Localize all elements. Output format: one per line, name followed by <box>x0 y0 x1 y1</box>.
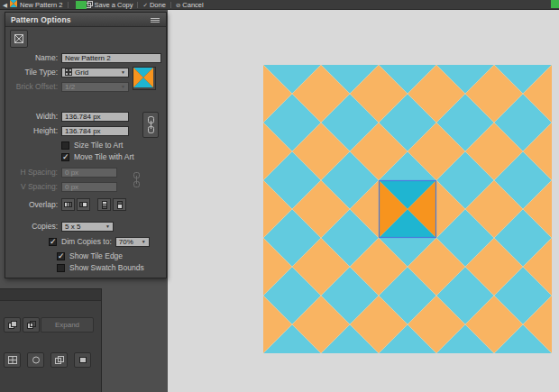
pattern-tile-tool-icon <box>14 33 24 44</box>
pattern-tile-tool-button[interactable] <box>10 30 28 48</box>
pattern-tiles-svg[interactable] <box>263 65 552 353</box>
size-tile-to-art-row: Size Tile to Art <box>9 140 123 150</box>
size-tile-to-art-checkbox[interactable] <box>61 141 69 150</box>
expand-button[interactable]: Expand <box>41 317 94 333</box>
brick-offset-label: Brick Offset: <box>9 82 58 91</box>
show-tile-edge-label: Show Tile Edge <box>69 251 123 260</box>
h-spacing-field: 0 px <box>61 168 117 178</box>
dropdown-arrow-icon: ▼ <box>118 69 125 75</box>
app-window: ◀ New Pattern 2 Save a Copy ✓ Done ⊘ Can… <box>0 0 559 392</box>
tile-type-dropdown[interactable]: Grid ▼ <box>61 68 129 77</box>
width-label: Width: <box>9 112 58 121</box>
show-tile-edge-row: ✓ Show Tile Edge <box>9 251 123 261</box>
v-spacing-field: 0 px <box>61 182 117 192</box>
dropdown-arrow-icon: ▼ <box>139 239 146 244</box>
grid-tile-icon <box>65 68 72 76</box>
cancel-icon: ⊘ <box>176 1 180 9</box>
pattern-options-panel: Pattern Options Name: Til <box>5 12 167 278</box>
width-row: Width: 136.784 px <box>9 111 129 122</box>
minus-front-icon[interactable] <box>23 317 40 333</box>
copies-row: Copies: 5 x 5 ▼ <box>9 221 114 232</box>
pattern-thumbnail-icon <box>10 0 17 9</box>
dim-copies-label: Dim Copies to: <box>61 237 112 246</box>
show-swatch-bounds-checkbox[interactable] <box>57 264 65 272</box>
show-tile-edge-checkbox[interactable]: ✓ <box>57 252 65 260</box>
green-artwork-fragment <box>551 0 559 8</box>
constrain-proportions-button[interactable] <box>142 112 159 138</box>
pattern-center-tile[interactable] <box>379 180 436 238</box>
bottom-panel-header <box>0 289 101 301</box>
spacing-link-icon <box>130 169 142 189</box>
size-tile-to-art-label: Size Tile to Art <box>74 141 123 150</box>
show-swatch-bounds-label: Show Swatch Bounds <box>69 263 144 272</box>
crop-icon[interactable] <box>74 352 91 368</box>
separator <box>68 2 69 8</box>
panel-header[interactable]: Pattern Options <box>5 13 166 27</box>
copies-label: Copies: <box>9 222 58 231</box>
brick-offset-dropdown: 1/2 ▼ <box>61 82 129 92</box>
dropdown-arrow-icon: ▼ <box>103 223 110 229</box>
copies-dropdown[interactable]: 5 x 5 ▼ <box>61 222 114 232</box>
brick-offset-row: Brick Offset: 1/2 ▼ <box>9 81 129 92</box>
pattern-artwork[interactable] <box>263 65 552 353</box>
divide-icon[interactable] <box>4 352 21 368</box>
overlap-right-in-front-button[interactable] <box>77 198 90 211</box>
merge-icon[interactable] <box>50 352 68 368</box>
save-a-copy-button[interactable]: Save a Copy <box>86 1 133 9</box>
panel-menu-icon[interactable] <box>150 12 160 28</box>
exit-pattern-mode-button[interactable]: ◀ <box>3 1 7 9</box>
pathfinder-panel-fragment: Expand <box>0 288 102 392</box>
width-field[interactable]: 136.784 px <box>61 112 129 122</box>
height-label: Height: <box>9 126 58 135</box>
overlap-bottom-in-front-button[interactable] <box>113 198 126 211</box>
name-field[interactable] <box>61 53 161 63</box>
done-check-icon: ✓ <box>142 1 147 9</box>
breadcrumb-pattern-name: New Pattern 2 <box>20 1 63 9</box>
unite-icon[interactable] <box>4 317 21 333</box>
tile-type-label: Tile Type: <box>9 68 58 77</box>
cancel-button[interactable]: ⊘ Cancel <box>176 1 204 9</box>
separator <box>170 2 171 8</box>
separator <box>137 2 138 8</box>
v-spacing-row: V Spacing: 0 px <box>9 181 117 192</box>
dim-copies-dropdown[interactable]: 70% ▼ <box>115 237 150 247</box>
move-tile-with-art-label: Move Tile with Art <box>74 152 134 161</box>
dim-copies-checkbox[interactable]: ✓ <box>49 238 57 246</box>
chain-link-icon <box>146 115 156 134</box>
dropdown-arrow-icon: ▼ <box>118 84 125 89</box>
overlap-label: Overlap: <box>9 200 58 209</box>
green-artwork-fragment <box>76 1 87 9</box>
move-tile-with-art-row: ✓ Move Tile with Art <box>9 151 134 162</box>
name-row: Name: <box>9 52 161 63</box>
trim-icon[interactable] <box>27 352 44 368</box>
overlap-top-in-front-button[interactable] <box>97 198 111 211</box>
panel-title: Pattern Options <box>11 15 71 24</box>
move-tile-with-art-checkbox[interactable]: ✓ <box>61 153 69 161</box>
name-input[interactable] <box>65 54 158 62</box>
tile-type-row: Tile Type: Grid ▼ <box>9 67 129 77</box>
height-row: Height: 136.784 px <box>9 125 129 136</box>
height-field[interactable]: 136.784 px <box>61 126 129 136</box>
overlap-row: Overlap: <box>9 199 128 210</box>
overlap-left-in-front-button[interactable] <box>61 198 75 211</box>
v-spacing-label: V Spacing: <box>9 182 58 191</box>
h-spacing-row: H Spacing: 0 px <box>9 167 117 178</box>
name-label: Name: <box>9 53 58 62</box>
dim-copies-row: ✓ Dim Copies to: 70% ▼ <box>9 236 150 247</box>
tile-swatch-preview <box>133 67 156 90</box>
show-swatch-bounds-row: Show Swatch Bounds <box>9 262 144 273</box>
h-spacing-label: H Spacing: <box>9 168 58 177</box>
done-button[interactable]: ✓ Done <box>142 1 165 9</box>
back-arrow-icon: ◀ <box>3 1 7 9</box>
